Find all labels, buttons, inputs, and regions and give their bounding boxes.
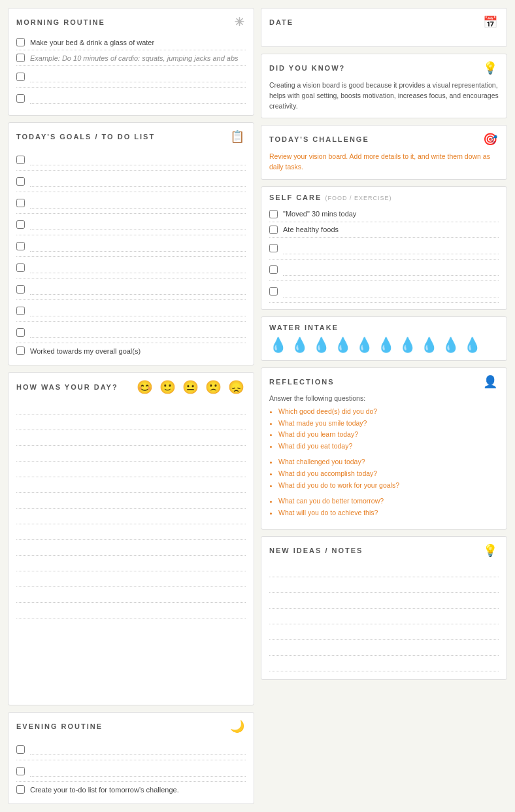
water-drop-8[interactable]: 💧 (420, 337, 438, 354)
goal-check-1[interactable] (16, 156, 25, 164)
goal-check-8[interactable] (16, 307, 25, 315)
water-drop-1[interactable]: 💧 (269, 337, 287, 354)
water-intake-title: WATER INTAKE (269, 324, 499, 331)
did-you-know-title: DID YOU KNOW? 💡 (269, 61, 499, 75)
self-care-item-5 (269, 281, 499, 303)
reflection-item-3: What did you learn today? (278, 429, 499, 441)
self-care-title-group: SELF CARE (FOOD / EXERCISE) (269, 194, 391, 201)
self-care-check-2[interactable] (269, 226, 278, 234)
goal-item-5 (16, 235, 246, 257)
new-ideas-icon: 💡 (483, 543, 499, 558)
self-care-item-2: Ate healthy foods (269, 222, 499, 238)
mood-okay-icon[interactable]: 😐 (182, 379, 200, 395)
morning-label-2: Example: Do 10 minutes of cardio: squats… (30, 54, 239, 62)
reflection-item-9: What will you do to achieve this? (278, 507, 499, 519)
new-ideas-lines (269, 563, 499, 671)
water-drop-9[interactable]: 💧 (442, 337, 459, 354)
goal-check-5[interactable] (16, 242, 25, 250)
morning-routine-title: MORNING ROUTINE ☀ (16, 15, 246, 29)
how-was-day-title: HOW WAS YOUR DAY? 😊 🙂 😐 🙁 😞 (16, 379, 246, 395)
evening-routine-title: EVENING ROUTINE 🌙 (16, 719, 246, 734)
reflections-group-3: What can you do better tomorrow? What wi… (269, 496, 499, 519)
mood-great-icon[interactable]: 😊 (137, 379, 154, 395)
did-you-know-card: DID YOU KNOW? 💡 Creating a vision board … (261, 54, 507, 118)
new-ideas-title: NEW IDEAS / NOTES 💡 (269, 543, 499, 558)
morning-check-4[interactable] (16, 94, 25, 103)
water-drop-10[interactable]: 💧 (463, 337, 481, 354)
did-you-know-text: Creating a vision board is good because … (269, 80, 499, 111)
did-you-know-label: DID YOU KNOW? (269, 64, 345, 72)
morning-check-3[interactable] (16, 73, 25, 81)
self-care-item-1: "Moved" 30 mins today (269, 207, 499, 222)
mood-awful-icon[interactable]: 😞 (228, 379, 246, 395)
evening-check-3[interactable] (16, 785, 25, 794)
self-care-check-5[interactable] (269, 287, 278, 296)
evening-label-3: Create your to-do list for tomorrow's ch… (30, 786, 179, 794)
lightbulb-icon: 💡 (483, 61, 499, 75)
date-icon: 📅 (483, 15, 499, 29)
evening-routine-label: EVENING ROUTINE (16, 722, 103, 730)
water-intake-card: WATER INTAKE 💧 💧 💧 💧 💧 💧 💧 💧 💧 💧 (261, 316, 507, 361)
goal-check-4[interactable] (16, 220, 25, 229)
todays-challenge-label: TODAY'S CHALLENGE (269, 135, 369, 143)
water-drop-3[interactable]: 💧 (312, 337, 330, 354)
goal-item-4 (16, 214, 246, 235)
water-drop-6[interactable]: 💧 (377, 337, 395, 354)
water-drop-5[interactable]: 💧 (356, 337, 373, 354)
morning-item-1: Make your bed & drink a glass of water (16, 35, 246, 50)
evening-check-2[interactable] (16, 767, 25, 775)
todays-goals-title: TODAY'S GOALS / TO DO LIST 📋 (16, 129, 246, 144)
goal-item-7 (16, 279, 246, 300)
mood-bad-icon[interactable]: 🙁 (205, 379, 223, 395)
reflection-item-4: What did you eat today? (278, 441, 499, 452)
evening-routine-card: EVENING ROUTINE 🌙 Create your to-do list… (8, 712, 254, 804)
water-drop-7[interactable]: 💧 (399, 337, 416, 354)
goal-item-6 (16, 257, 246, 279)
self-care-card: SELF CARE (FOOD / EXERCISE) "Moved" 30 m… (261, 186, 507, 310)
goal-check-6[interactable] (16, 263, 25, 272)
evening-check-1[interactable] (16, 745, 25, 754)
goals-icon: 📋 (230, 129, 246, 144)
morning-label-1: Make your bed & drink a glass of water (30, 39, 154, 46)
date-card: DATE 📅 (261, 8, 507, 47)
self-care-check-4[interactable] (269, 265, 278, 274)
day-notes-area (16, 400, 246, 618)
goal-check-10[interactable] (16, 347, 25, 355)
date-label: DATE (269, 18, 293, 26)
morning-item-2: Example: Do 10 minutes of cardio: squats… (16, 50, 246, 66)
reflection-item-7: What did you do to work for your goals? (278, 480, 499, 492)
mood-icons-group: 😊 🙂 😐 🙁 😞 (137, 379, 246, 395)
new-ideas-label: NEW IDEAS / NOTES (269, 547, 363, 554)
self-care-check-3[interactable] (269, 244, 278, 252)
goal-check-9[interactable] (16, 328, 25, 337)
water-intake-label: WATER INTAKE (269, 324, 339, 331)
water-drop-4[interactable]: 💧 (334, 337, 352, 354)
goal-check-3[interactable] (16, 199, 25, 207)
how-was-day-card: HOW WAS YOUR DAY? 😊 🙂 😐 🙁 😞 (8, 372, 254, 705)
evening-item-1 (16, 739, 246, 760)
todays-goals-label: TODAY'S GOALS / TO DO LIST (16, 133, 155, 141)
morning-check-1[interactable] (16, 38, 25, 46)
reflection-item-8: What can you do better tomorrow? (278, 496, 499, 507)
reflections-group-1: Which good deed(s) did you do? What made… (269, 406, 499, 452)
water-drop-2[interactable]: 💧 (291, 337, 308, 354)
todays-challenge-card: TODAY'S CHALLENGE 🎯 Review your vision b… (261, 125, 507, 180)
goal-item-3 (16, 192, 246, 214)
morning-check-2[interactable] (16, 54, 25, 62)
goal-check-2[interactable] (16, 177, 25, 186)
reflections-title: REFLECTIONS 👤 (269, 375, 499, 389)
how-was-day-label: HOW WAS YOUR DAY? (16, 383, 118, 391)
reflection-item-2: What made you smile today? (278, 418, 499, 430)
self-care-subtitle: (FOOD / EXERCISE) (325, 195, 391, 201)
challenge-text: Review your vision board. Add more detai… (269, 152, 499, 173)
todays-challenge-title: TODAY'S CHALLENGE 🎯 (269, 132, 499, 146)
evening-icon: 🌙 (230, 719, 246, 734)
mood-good-icon[interactable]: 🙂 (159, 379, 177, 395)
goal-item-8 (16, 300, 246, 322)
reflections-card: REFLECTIONS 👤 Answer the following quest… (261, 367, 507, 530)
goal-check-7[interactable] (16, 285, 25, 294)
todays-goals-card: TODAY'S GOALS / TO DO LIST 📋 (8, 122, 254, 365)
self-care-check-1[interactable] (269, 210, 278, 218)
water-drops-group: 💧 💧 💧 💧 💧 💧 💧 💧 💧 💧 (269, 337, 499, 354)
morning-item-3 (16, 66, 246, 88)
